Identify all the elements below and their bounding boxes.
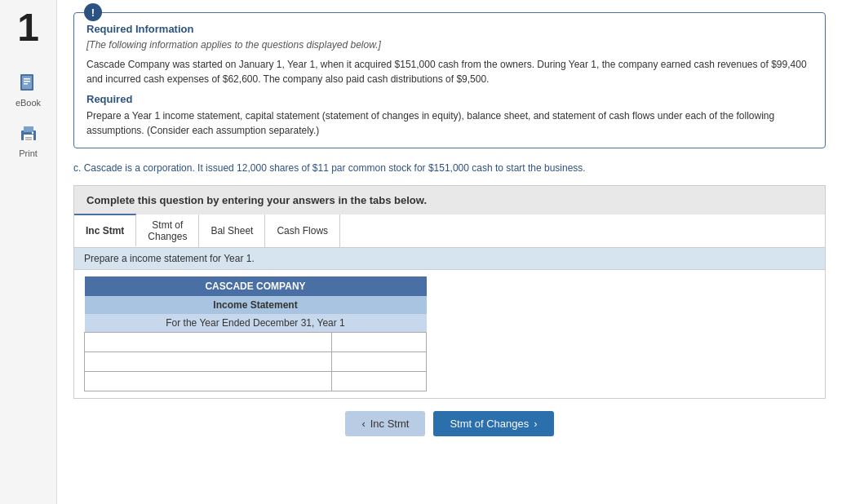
prev-chevron-icon: ‹: [361, 418, 365, 430]
row3-value[interactable]: [331, 372, 426, 391]
prev-button[interactable]: ‹ Inc Stmt: [345, 411, 425, 436]
financial-table: CASCADE COMPANY Income Statement For the…: [84, 276, 427, 391]
next-chevron-icon: ›: [534, 418, 537, 430]
row1-label[interactable]: [85, 333, 332, 352]
prev-button-label: Inc Stmt: [370, 418, 410, 430]
required-label: Required: [86, 93, 813, 105]
left-sidebar: 1 eBook: [0, 0, 57, 504]
print-label: Print: [19, 148, 38, 158]
info-box-subtitle: [The following information applies to th…: [86, 39, 813, 51]
info-icon: !: [84, 3, 102, 21]
ebook-label: eBook: [16, 98, 41, 108]
table-row[interactable]: [85, 372, 427, 391]
row2-value-input[interactable]: [337, 356, 421, 368]
tab-instruction: Prepare a income statement for Year 1.: [74, 248, 825, 270]
company-name: CASCADE COMPANY: [85, 276, 427, 296]
required-text: Prepare a Year 1 income statement, capit…: [86, 108, 813, 138]
row1-value[interactable]: [331, 333, 426, 352]
row3-label[interactable]: [85, 372, 332, 391]
tabs-row: Inc Stmt Stmt ofChanges Bal Sheet Cash F…: [74, 214, 825, 248]
scenario-text: c. Cascade is a corporation. It issued 1…: [73, 161, 826, 175]
svg-rect-6: [24, 126, 33, 132]
next-button[interactable]: Stmt of Changes ›: [433, 411, 553, 436]
svg-rect-4: [24, 83, 28, 85]
instruction-box: Complete this question by entering your …: [73, 185, 826, 214]
table-row[interactable]: [85, 352, 427, 372]
nav-buttons: ‹ Inc Stmt Stmt of Changes ›: [73, 411, 826, 436]
svg-rect-2: [24, 78, 30, 80]
financial-table-container: CASCADE COMPANY Income Statement For the…: [74, 270, 825, 398]
row3-label-input[interactable]: [90, 376, 326, 387]
info-box-body: Cascade Company was started on January 1…: [86, 57, 813, 86]
row2-label[interactable]: [85, 352, 332, 372]
next-button-label: Stmt of Changes: [450, 418, 529, 430]
tab-bal-sheet[interactable]: Bal Sheet: [199, 214, 265, 247]
print-icon: [16, 121, 42, 147]
svg-rect-8: [25, 137, 32, 139]
statement-name: Income Statement: [85, 296, 427, 314]
table-row[interactable]: [85, 333, 427, 352]
tab-content: Prepare a income statement for Year 1. C…: [74, 248, 825, 398]
main-content: ! Required Information [The following in…: [57, 0, 842, 504]
row1-value-input[interactable]: [337, 337, 421, 348]
row2-label-input[interactable]: [90, 356, 326, 368]
svg-rect-9: [25, 139, 32, 141]
svg-rect-1: [22, 76, 32, 89]
tab-stmt-of-changes[interactable]: Stmt ofChanges: [136, 214, 199, 247]
print-tool[interactable]: Print: [16, 121, 42, 158]
svg-rect-3: [24, 81, 30, 82]
svg-point-10: [31, 132, 33, 134]
row3-value-input[interactable]: [337, 376, 421, 387]
tab-cash-flows[interactable]: Cash Flows: [265, 214, 340, 247]
info-box: ! Required Information [The following in…: [73, 12, 826, 148]
ebook-icon: [16, 70, 42, 96]
date-line: For the Year Ended December 31, Year 1: [85, 314, 427, 333]
info-box-title: Required Information: [86, 23, 813, 35]
tabs-container: Inc Stmt Stmt ofChanges Bal Sheet Cash F…: [73, 214, 826, 399]
row1-label-input[interactable]: [90, 337, 326, 348]
row2-value[interactable]: [331, 352, 426, 372]
question-number: 1: [17, 8, 39, 47]
tab-inc-stmt[interactable]: Inc Stmt: [74, 214, 136, 247]
ebook-tool[interactable]: eBook: [16, 70, 42, 108]
